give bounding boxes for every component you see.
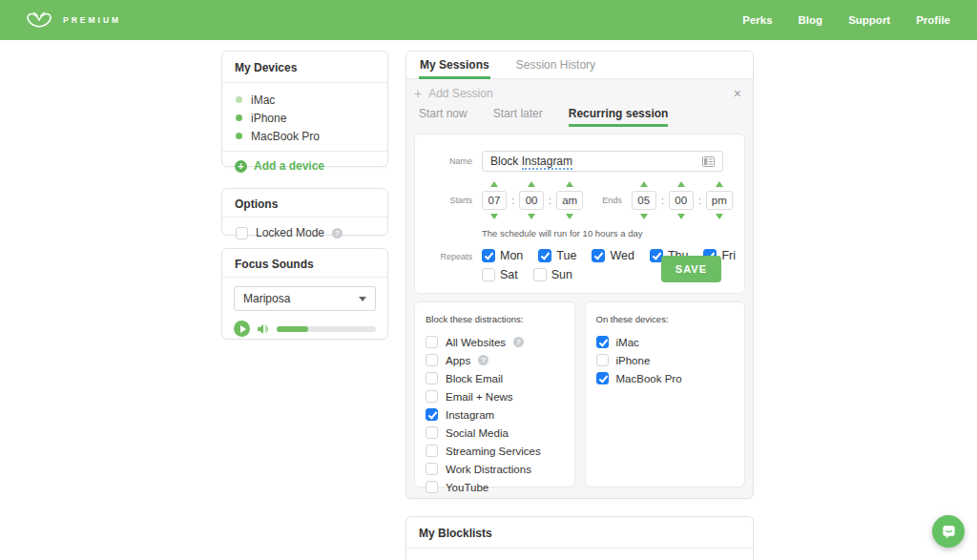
device-status-dot bbox=[236, 133, 242, 139]
distraction-streaming-services[interactable]: Streaming Services bbox=[426, 442, 564, 460]
start-period-field[interactable]: am bbox=[556, 191, 583, 210]
nav-perks[interactable]: Perks bbox=[742, 14, 772, 26]
day-sun[interactable]: Sun bbox=[533, 268, 572, 281]
distractions-list: All Websites Apps Block Email Ema bbox=[426, 333, 564, 496]
distraction-work-distractions[interactable]: Work Distractions bbox=[426, 460, 564, 478]
increment-icon[interactable] bbox=[490, 181, 498, 187]
day-sat[interactable]: Sat bbox=[482, 268, 518, 281]
close-icon[interactable]: × bbox=[734, 87, 741, 100]
start-hour-field[interactable]: 07 bbox=[482, 191, 507, 210]
brand-logo[interactable]: PREMIUM bbox=[25, 9, 121, 31]
add-session-button[interactable]: + Add Session bbox=[414, 79, 745, 100]
decrement-icon[interactable] bbox=[490, 214, 498, 219]
item-label: All Websites bbox=[446, 337, 506, 348]
checkbox bbox=[426, 426, 438, 439]
item-label: iMac bbox=[616, 337, 639, 348]
decrement-icon[interactable] bbox=[566, 214, 573, 219]
device-option-imac[interactable]: iMac bbox=[596, 333, 735, 351]
nav-support[interactable]: Support bbox=[848, 14, 890, 26]
tab-my-sessions[interactable]: My Sessions bbox=[419, 52, 490, 79]
device-row-iphone: iPhone bbox=[236, 109, 374, 127]
session-name-input[interactable]: Block Instagram bbox=[482, 151, 723, 172]
name-label: Name bbox=[432, 156, 472, 166]
options-panel: Options Locked Mode bbox=[221, 188, 388, 236]
distraction-social-media[interactable]: Social Media bbox=[426, 424, 564, 442]
subtab-start-later[interactable]: Start later bbox=[493, 107, 543, 127]
tab-session-history[interactable]: Session History bbox=[515, 52, 596, 79]
end-period-field[interactable]: pm bbox=[706, 191, 733, 210]
increment-icon[interactable] bbox=[716, 181, 723, 187]
blocklist-row: Block Email 6 blocks bbox=[406, 549, 753, 560]
colon-separator: : bbox=[511, 195, 514, 206]
sound-select[interactable]: Mariposa bbox=[234, 286, 376, 311]
decrement-icon[interactable] bbox=[716, 214, 723, 219]
focus-sounds-panel: Focus Sounds Mariposa bbox=[221, 248, 388, 340]
checkbox bbox=[596, 336, 609, 348]
locked-mode-row[interactable]: Locked Mode bbox=[222, 218, 387, 248]
day-label: Sun bbox=[551, 268, 572, 281]
start-minute-stepper: 00 bbox=[519, 181, 544, 219]
increment-icon[interactable] bbox=[528, 181, 535, 187]
session-type-tabs: Start now Start later Recurring session bbox=[414, 107, 745, 127]
distraction-apps[interactable]: Apps bbox=[426, 351, 564, 369]
recurring-session-form: Name Block Instagram Start bbox=[414, 134, 745, 294]
decrement-icon[interactable] bbox=[528, 214, 535, 219]
end-hour-field[interactable]: 05 bbox=[632, 191, 656, 210]
subtab-recurring-session[interactable]: Recurring session bbox=[569, 107, 669, 127]
help-icon[interactable] bbox=[478, 355, 488, 365]
subtab-start-now[interactable]: Start now bbox=[419, 107, 468, 127]
play-button[interactable] bbox=[234, 321, 250, 337]
chat-bubble-icon bbox=[941, 524, 957, 540]
contacts-grid-icon[interactable] bbox=[702, 156, 715, 167]
device-option-macbook[interactable]: MacBook Pro bbox=[596, 369, 735, 387]
header-nav: Perks Blog Support Profile bbox=[742, 14, 950, 26]
item-label: MacBook Pro bbox=[616, 373, 682, 384]
device-option-iphone[interactable]: iPhone bbox=[596, 351, 735, 369]
day-mon[interactable]: Mon bbox=[482, 249, 523, 262]
distractions-card: Block these distractions: All Websites A… bbox=[414, 301, 575, 487]
app-header: PREMIUM Perks Blog Support Profile bbox=[0, 0, 977, 40]
colon-separator: : bbox=[549, 195, 551, 206]
decrement-icon[interactable] bbox=[677, 214, 685, 219]
help-icon[interactable] bbox=[513, 337, 524, 347]
increment-icon[interactable] bbox=[677, 181, 685, 187]
item-label: Work Distractions bbox=[446, 464, 531, 475]
distraction-instagram[interactable]: Instagram bbox=[426, 405, 564, 424]
colon-separator: : bbox=[661, 195, 664, 206]
decrement-icon[interactable] bbox=[640, 214, 648, 219]
plus-circle-icon: + bbox=[235, 160, 247, 173]
sound-player bbox=[234, 321, 376, 337]
volume-fill bbox=[277, 326, 308, 332]
my-blocklists-panel: My Blocklists Block Email 6 blocks bbox=[405, 516, 754, 560]
distraction-block-email[interactable]: Block Email bbox=[426, 369, 564, 387]
sessions-tab-row: My Sessions Session History bbox=[406, 52, 753, 79]
my-devices-panel: My Devices iMac iPhone MacBook Pro + Add… bbox=[221, 51, 388, 167]
help-icon[interactable] bbox=[332, 228, 343, 239]
start-minute-field[interactable]: 00 bbox=[519, 191, 544, 210]
plus-icon: + bbox=[414, 87, 422, 100]
chat-launcher-button[interactable] bbox=[932, 515, 965, 548]
locked-mode-checkbox[interactable] bbox=[236, 227, 248, 239]
distraction-email-news[interactable]: Email + News bbox=[426, 387, 564, 405]
nav-profile[interactable]: Profile bbox=[916, 14, 950, 26]
end-minute-field[interactable]: 00 bbox=[669, 191, 694, 210]
device-name: MacBook Pro bbox=[251, 130, 320, 143]
nav-blog[interactable]: Blog bbox=[799, 14, 823, 26]
devices-checkbox-list: iMac iPhone MacBook Pro bbox=[596, 333, 735, 387]
save-button[interactable]: SAVE bbox=[661, 256, 721, 282]
name-value-normal: Block bbox=[490, 155, 522, 168]
add-device-button[interactable]: + Add a device bbox=[222, 152, 387, 180]
distraction-youtube[interactable]: YouTube bbox=[426, 478, 564, 496]
increment-icon[interactable] bbox=[640, 181, 648, 187]
brand-premium-label: PREMIUM bbox=[63, 15, 121, 25]
focus-sounds-title: Focus Sounds bbox=[222, 249, 387, 277]
distraction-all-websites[interactable]: All Websites bbox=[426, 333, 564, 351]
item-label: Social Media bbox=[446, 427, 509, 439]
volume-icon[interactable] bbox=[257, 323, 270, 335]
devices-card-title: On these devices: bbox=[596, 314, 735, 324]
volume-slider[interactable] bbox=[277, 326, 376, 332]
checkbox bbox=[426, 408, 438, 421]
day-wed[interactable]: Wed bbox=[592, 249, 634, 262]
increment-icon[interactable] bbox=[566, 181, 573, 187]
day-tue[interactable]: Tue bbox=[538, 249, 576, 262]
